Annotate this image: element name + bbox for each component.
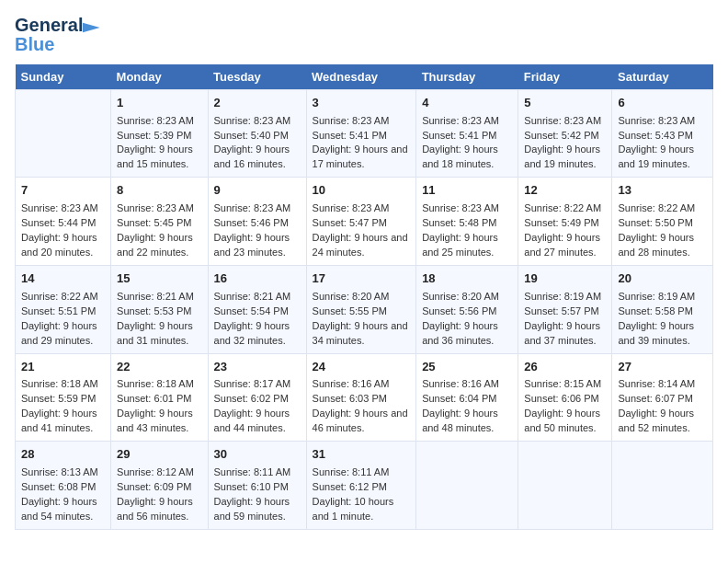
cell-content: Sunrise: 8:23 AMSunset: 5:47 PMDaylight:… (313, 201, 411, 260)
day-number: 21 (21, 359, 105, 376)
day-number: 31 (313, 446, 411, 464)
week-row-5: 28Sunrise: 8:13 AMSunset: 6:08 PMDayligh… (16, 442, 713, 530)
day-number: 11 (422, 182, 512, 200)
calendar-cell: 8Sunrise: 8:23 AMSunset: 5:45 PMDaylight… (111, 178, 208, 266)
calendar-cell: 26Sunrise: 8:15 AMSunset: 6:06 PMDayligh… (518, 353, 612, 442)
day-number: 17 (313, 270, 411, 288)
cell-content: Sunrise: 8:18 AMSunset: 5:59 PMDaylight:… (21, 377, 105, 436)
calendar-cell: 2Sunrise: 8:23 AMSunset: 5:40 PMDaylight… (208, 89, 306, 178)
calendar-cell: 7Sunrise: 8:23 AMSunset: 5:44 PMDaylight… (16, 178, 111, 266)
cell-content: Sunrise: 8:13 AMSunset: 6:08 PMDaylight:… (21, 465, 105, 524)
day-number: 10 (313, 182, 411, 200)
cell-content: Sunrise: 8:23 AMSunset: 5:44 PMDaylight:… (21, 201, 105, 260)
calendar-cell: 18Sunrise: 8:20 AMSunset: 5:56 PMDayligh… (416, 265, 518, 353)
cell-content: Sunrise: 8:23 AMSunset: 5:45 PMDaylight:… (117, 201, 201, 260)
calendar-cell: 31Sunrise: 8:11 AMSunset: 6:12 PMDayligh… (306, 442, 416, 530)
header-monday: Monday (111, 64, 208, 90)
calendar-cell: 23Sunrise: 8:17 AMSunset: 6:02 PMDayligh… (208, 353, 306, 442)
day-number: 22 (117, 359, 201, 376)
day-number: 7 (21, 182, 105, 200)
cell-content: Sunrise: 8:12 AMSunset: 6:09 PMDaylight:… (117, 465, 201, 524)
calendar-cell: 6Sunrise: 8:23 AMSunset: 5:43 PMDaylight… (612, 89, 713, 178)
day-number: 23 (214, 359, 301, 376)
cell-content: Sunrise: 8:19 AMSunset: 5:57 PMDaylight:… (524, 290, 606, 349)
calendar-cell (612, 442, 713, 530)
day-number: 18 (422, 270, 512, 288)
calendar-cell (16, 89, 111, 178)
cell-content: Sunrise: 8:14 AMSunset: 6:07 PMDaylight:… (618, 377, 707, 436)
calendar-cell: 5Sunrise: 8:23 AMSunset: 5:42 PMDaylight… (518, 89, 612, 178)
calendar-cell: 17Sunrise: 8:20 AMSunset: 5:55 PMDayligh… (306, 265, 416, 353)
calendar-cell (518, 442, 612, 530)
day-number: 24 (313, 359, 411, 376)
day-number: 26 (524, 359, 606, 376)
calendar-cell: 10Sunrise: 8:23 AMSunset: 5:47 PMDayligh… (306, 178, 416, 266)
calendar-cell: 22Sunrise: 8:18 AMSunset: 6:01 PMDayligh… (111, 353, 208, 442)
day-number: 28 (21, 446, 105, 464)
day-number: 2 (214, 95, 301, 112)
calendar-cell: 21Sunrise: 8:18 AMSunset: 5:59 PMDayligh… (16, 353, 111, 442)
cell-content: Sunrise: 8:16 AMSunset: 6:03 PMDaylight:… (313, 377, 411, 436)
calendar-cell: 25Sunrise: 8:16 AMSunset: 6:04 PMDayligh… (416, 353, 518, 442)
cell-content: Sunrise: 8:11 AMSunset: 6:12 PMDaylight:… (313, 465, 411, 524)
day-number: 25 (422, 359, 512, 376)
calendar-cell: 16Sunrise: 8:21 AMSunset: 5:54 PMDayligh… (208, 265, 306, 353)
day-number: 19 (524, 270, 606, 288)
calendar-cell: 14Sunrise: 8:22 AMSunset: 5:51 PMDayligh… (16, 265, 111, 353)
day-number: 20 (618, 270, 707, 288)
header-tuesday: Tuesday (208, 64, 306, 90)
cell-content: Sunrise: 8:15 AMSunset: 6:06 PMDaylight:… (524, 377, 606, 436)
cell-content: Sunrise: 8:23 AMSunset: 5:41 PMDaylight:… (422, 114, 512, 173)
cell-content: Sunrise: 8:16 AMSunset: 6:04 PMDaylight:… (422, 377, 512, 436)
cell-content: Sunrise: 8:21 AMSunset: 5:53 PMDaylight:… (117, 290, 201, 349)
header-friday: Friday (518, 64, 612, 90)
cell-content: Sunrise: 8:18 AMSunset: 6:01 PMDaylight:… (117, 377, 201, 436)
calendar-cell: 12Sunrise: 8:22 AMSunset: 5:49 PMDayligh… (518, 178, 612, 266)
day-number: 30 (214, 446, 301, 464)
cell-content: Sunrise: 8:22 AMSunset: 5:50 PMDaylight:… (618, 201, 707, 260)
calendar-cell: 3Sunrise: 8:23 AMSunset: 5:41 PMDaylight… (306, 89, 416, 178)
calendar-cell: 11Sunrise: 8:23 AMSunset: 5:48 PMDayligh… (416, 178, 518, 266)
cell-content: Sunrise: 8:23 AMSunset: 5:39 PMDaylight:… (117, 114, 201, 173)
calendar-cell: 1Sunrise: 8:23 AMSunset: 5:39 PMDaylight… (111, 89, 208, 178)
svg-marker-0 (83, 22, 100, 32)
calendar-cell: 15Sunrise: 8:21 AMSunset: 5:53 PMDayligh… (111, 265, 208, 353)
cell-content: Sunrise: 8:23 AMSunset: 5:43 PMDaylight:… (618, 114, 707, 173)
cell-content: Sunrise: 8:20 AMSunset: 5:56 PMDaylight:… (422, 290, 512, 349)
day-number: 27 (618, 359, 707, 376)
cell-content: Sunrise: 8:23 AMSunset: 5:40 PMDaylight:… (214, 114, 301, 173)
cell-content: Sunrise: 8:23 AMSunset: 5:48 PMDaylight:… (422, 201, 512, 260)
logo: General Blue (15, 15, 101, 53)
day-number: 6 (618, 95, 707, 112)
header-row: SundayMondayTuesdayWednesdayThursdayFrid… (16, 64, 713, 90)
day-number: 5 (524, 95, 606, 112)
day-number: 9 (214, 182, 301, 200)
logo-blue-text: Blue (15, 34, 54, 54)
calendar-cell: 13Sunrise: 8:22 AMSunset: 5:50 PMDayligh… (612, 178, 713, 266)
header-wednesday: Wednesday (306, 64, 416, 90)
week-row-4: 21Sunrise: 8:18 AMSunset: 5:59 PMDayligh… (16, 353, 713, 442)
day-number: 4 (422, 95, 512, 112)
week-row-2: 7Sunrise: 8:23 AMSunset: 5:44 PMDaylight… (16, 178, 713, 266)
day-number: 1 (117, 95, 201, 112)
header-saturday: Saturday (612, 64, 713, 90)
calendar-cell: 20Sunrise: 8:19 AMSunset: 5:58 PMDayligh… (612, 265, 713, 353)
day-number: 29 (117, 446, 201, 464)
page-header: General Blue (15, 15, 713, 53)
day-number: 8 (117, 182, 201, 200)
calendar-cell: 24Sunrise: 8:16 AMSunset: 6:03 PMDayligh… (306, 353, 416, 442)
calendar-cell: 27Sunrise: 8:14 AMSunset: 6:07 PMDayligh… (612, 353, 713, 442)
day-number: 16 (214, 270, 301, 288)
header-thursday: Thursday (416, 64, 518, 90)
logo-general-text: General (15, 15, 83, 35)
cell-content: Sunrise: 8:23 AMSunset: 5:46 PMDaylight:… (214, 201, 301, 260)
cell-content: Sunrise: 8:22 AMSunset: 5:49 PMDaylight:… (524, 201, 606, 260)
day-number: 14 (21, 270, 105, 288)
calendar-cell: 30Sunrise: 8:11 AMSunset: 6:10 PMDayligh… (208, 442, 306, 530)
day-number: 15 (117, 270, 201, 288)
week-row-1: 1Sunrise: 8:23 AMSunset: 5:39 PMDaylight… (16, 89, 713, 178)
day-number: 13 (618, 182, 707, 200)
cell-content: Sunrise: 8:22 AMSunset: 5:51 PMDaylight:… (21, 290, 105, 349)
calendar-cell (416, 442, 518, 530)
day-number: 3 (313, 95, 411, 112)
